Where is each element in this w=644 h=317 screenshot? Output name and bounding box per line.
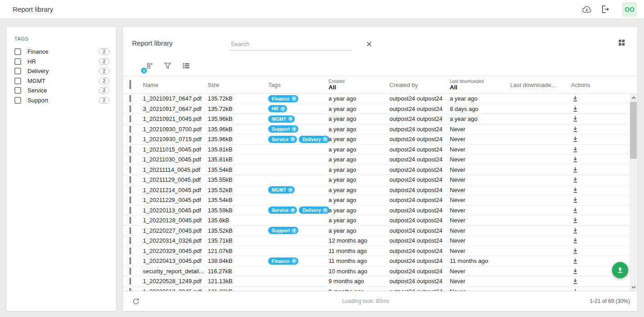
table-row[interactable]: security_report_detail... 116.27kB 10 mo… — [123, 266, 630, 277]
remove-tag-icon[interactable]: ✕ — [292, 96, 297, 101]
scroll-up-icon[interactable] — [630, 94, 637, 101]
row-checkbox[interactable] — [129, 257, 131, 264]
close-icon[interactable]: ✕ — [364, 38, 374, 51]
download-icon[interactable] — [571, 207, 579, 214]
manage-columns-icon[interactable]: 9 — [143, 60, 155, 72]
download-icon[interactable] — [571, 257, 579, 264]
remove-tag-icon[interactable]: ✕ — [280, 106, 285, 111]
download-icon[interactable] — [571, 176, 579, 183]
table-row[interactable]: 1_20220329_0045.pdf 121.07kB 11 months a… — [123, 246, 630, 257]
upload-button[interactable] — [612, 262, 628, 278]
tag-chip[interactable]: Support✕ — [268, 125, 298, 133]
vertical-scrollbar[interactable] — [630, 94, 637, 291]
table-row[interactable]: 1_20220314_0326.pdf 135.71kB 12 months a… — [123, 236, 630, 246]
table-row[interactable]: 1_20211214_0045.pdf 135.52kB MGMT✕ a yea… — [123, 185, 630, 196]
table-row[interactable]: 1_20220528_1249.pdf 121.13kB 9 months ag… — [123, 276, 630, 287]
tag-filter-item[interactable]: Delivery 2 — [14, 66, 110, 76]
tag-chip[interactable]: Service✕ — [268, 136, 297, 143]
refresh-icon[interactable] — [130, 296, 142, 307]
scroll-down-icon[interactable] — [630, 283, 637, 291]
tag-filter-item[interactable]: HR 2 — [14, 57, 110, 67]
tag-checkbox[interactable] — [14, 58, 21, 65]
download-icon[interactable] — [571, 278, 579, 285]
tag-checkbox[interactable] — [14, 78, 21, 84]
cloud-download-icon[interactable] — [580, 3, 594, 16]
row-checkbox[interactable] — [129, 187, 131, 193]
download-icon[interactable] — [571, 156, 579, 163]
table-row[interactable]: 1_20220227_0045.pdf 135.52kB Support✕ a … — [123, 226, 630, 236]
download-icon[interactable] — [571, 136, 579, 142]
download-icon[interactable] — [571, 166, 579, 173]
table-row[interactable]: 1_20220612_0045.pdf 121.22kB 9 months ag… — [123, 287, 630, 291]
row-checkbox[interactable] — [129, 156, 131, 163]
download-icon[interactable] — [571, 115, 579, 122]
download-icon[interactable] — [571, 95, 579, 102]
remove-tag-icon[interactable]: ✕ — [292, 228, 297, 233]
download-icon[interactable] — [571, 248, 579, 254]
remove-tag-icon[interactable]: ✕ — [292, 258, 297, 263]
column-header-last-downloaded-by[interactable]: Last downloade... — [510, 82, 571, 88]
tag-filter-item[interactable]: Support 2 — [14, 96, 110, 106]
remove-tag-icon[interactable]: ✕ — [288, 116, 293, 121]
row-checkbox[interactable] — [129, 136, 131, 142]
row-checkbox[interactable] — [129, 115, 131, 122]
row-checkbox[interactable] — [129, 268, 131, 275]
remove-tag-icon[interactable]: ✕ — [323, 137, 328, 142]
tag-filter-item[interactable]: Finance 2 — [14, 47, 110, 57]
select-all-checkbox[interactable] — [129, 80, 131, 89]
row-checkbox[interactable] — [129, 176, 131, 183]
row-checkbox[interactable] — [129, 237, 131, 244]
table-row[interactable]: 1_20211015_0045.pdf 135.81kB a year ago … — [123, 145, 630, 155]
row-checkbox[interactable] — [129, 106, 131, 112]
tag-chip[interactable]: Finance✕ — [268, 257, 298, 265]
download-icon[interactable] — [571, 227, 579, 234]
tag-checkbox[interactable] — [14, 48, 21, 55]
tag-chip[interactable]: Delivery✕ — [299, 207, 329, 214]
scrollbar-thumb[interactable] — [630, 102, 637, 159]
remove-tag-icon[interactable]: ✕ — [288, 188, 293, 193]
remove-tag-icon[interactable]: ✕ — [323, 208, 328, 213]
download-icon[interactable] — [571, 187, 579, 193]
table-row[interactable]: 1_20211030_0045.pdf 135.81kB a year ago … — [123, 155, 630, 165]
column-header-size[interactable]: Size — [208, 82, 268, 88]
download-icon[interactable] — [571, 217, 579, 224]
tag-chip[interactable]: HR✕ — [268, 105, 287, 112]
tag-checkbox[interactable] — [14, 87, 21, 94]
table-row[interactable]: 1_20210917_0647.pdf 135.72kB Finance✕ a … — [123, 94, 630, 104]
search-input[interactable] — [230, 39, 352, 51]
table-row[interactable]: 1_20211114_0045.pdf 135.54kB a year ago … — [123, 165, 630, 175]
download-icon[interactable] — [571, 197, 579, 203]
row-checkbox[interactable] — [129, 217, 131, 224]
tag-checkbox[interactable] — [14, 97, 21, 104]
tag-chip[interactable]: Support✕ — [268, 227, 298, 234]
table-row[interactable]: 3_20210917_0647.pdf 135.72kB HR✕ a year … — [123, 104, 630, 115]
column-header-name[interactable]: Name — [143, 82, 208, 88]
row-checkbox[interactable] — [129, 197, 131, 203]
row-checkbox[interactable] — [129, 126, 131, 133]
avatar[interactable]: OO — [622, 2, 637, 17]
table-row[interactable]: 1_20211129_0045.pdf 135.55kB a year ago … — [123, 175, 630, 185]
row-checkbox[interactable] — [129, 146, 131, 153]
remove-tag-icon[interactable]: ✕ — [290, 208, 295, 213]
column-header-created-filter[interactable]: Created All — [329, 79, 389, 91]
row-checkbox[interactable] — [129, 227, 131, 234]
download-icon[interactable] — [571, 237, 579, 244]
remove-tag-icon[interactable]: ✕ — [290, 137, 295, 142]
row-checkbox[interactable] — [129, 95, 131, 102]
download-icon[interactable] — [571, 146, 579, 153]
row-checkbox[interactable] — [129, 278, 131, 285]
tag-chip[interactable]: MGMT✕ — [268, 115, 295, 123]
column-header-created-by[interactable]: Created by — [389, 82, 450, 88]
table-row[interactable]: 1_20211229_0045.pdf 135.54kB a year ago … — [123, 195, 630, 206]
table-row[interactable]: 1_20210921_0045.pdf 135.96kB MGMT✕ a yea… — [123, 114, 630, 124]
tag-checkbox[interactable] — [14, 68, 21, 74]
download-icon[interactable] — [571, 268, 579, 275]
table-row[interactable]: 1_20210930_0715.pdf 135.96kB Service✕Del… — [123, 134, 630, 145]
row-checkbox[interactable] — [129, 166, 131, 173]
table-row[interactable]: 1_20220128_0045.pdf 135.6kB a year ago o… — [123, 216, 630, 226]
tag-chip[interactable]: Finance✕ — [268, 95, 298, 102]
column-header-tags[interactable]: Tags — [268, 82, 329, 88]
remove-tag-icon[interactable]: ✕ — [292, 127, 297, 132]
tag-filter-item[interactable]: MGMT 2 — [14, 76, 110, 86]
row-checkbox[interactable] — [129, 248, 131, 254]
